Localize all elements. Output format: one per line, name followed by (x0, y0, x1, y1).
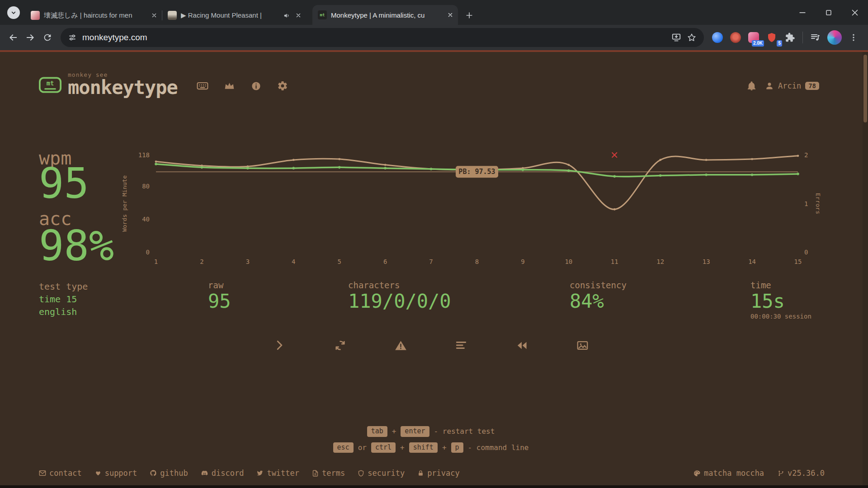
consistency-label: consistency (570, 280, 627, 290)
logo-tagline: monkey see (68, 71, 178, 78)
svg-text:0: 0 (146, 249, 150, 256)
test-language[interactable]: english (39, 305, 88, 318)
repeat-test-button[interactable] (333, 338, 347, 352)
next-test-button[interactable] (273, 338, 286, 352)
tab-haircuts[interactable]: 壊滅悲しみ | haircuts for men (25, 6, 162, 25)
tab-monkeytype-active[interactable]: mt Monkeytype | A minimalistic, cu (312, 5, 458, 25)
bookmark-star-button[interactable] (687, 33, 697, 42)
link-label: discord (212, 469, 244, 478)
time-value: 15s (750, 291, 811, 312)
tab-close-button[interactable] (294, 11, 302, 19)
address-bar[interactable]: monkeytype.com (61, 28, 704, 47)
site-settings-button[interactable] (68, 33, 77, 42)
github-link[interactable]: github (150, 469, 188, 478)
tab-title: Monkeytype | A minimalistic, cu (331, 11, 442, 19)
raw-label: raw (208, 280, 231, 290)
words-history-button[interactable] (454, 338, 468, 352)
save-screenshot-button[interactable] (576, 338, 589, 352)
watch-replay-button[interactable] (515, 338, 528, 352)
back-button[interactable] (5, 29, 22, 46)
result-chart-area: 04080118012123456789101112131415Words pe… (118, 151, 823, 271)
test-mode: time 15 (39, 293, 88, 305)
tab-close-button[interactable] (150, 11, 158, 19)
bell-icon (746, 81, 757, 91)
url-text: monkeytype.com (82, 33, 147, 42)
svg-text:5: 5 (337, 258, 341, 265)
svg-text:13: 13 (703, 258, 710, 265)
report-button[interactable] (394, 338, 407, 352)
discord-link[interactable]: discord (201, 469, 244, 478)
time-stat: time 15s 00:00:30 session (750, 280, 811, 320)
user-icon (765, 81, 774, 90)
tab-audio-button[interactable] (283, 12, 290, 19)
reload-button[interactable] (39, 29, 56, 46)
scrollbar-thumb[interactable] (863, 55, 867, 122)
browser-menu-button[interactable] (847, 31, 860, 44)
privacy-link[interactable]: privacy (417, 469, 460, 478)
browser-toolbar: monkeytype.com 2.0K 5 (0, 25, 868, 50)
window-controls (789, 0, 868, 25)
install-app-button[interactable] (671, 33, 681, 42)
notifications-button[interactable] (746, 80, 758, 92)
svg-text:12: 12 (656, 258, 664, 265)
link-label: twitter (267, 469, 299, 478)
nav-about-button[interactable] (250, 80, 262, 92)
close-window-button[interactable] (842, 0, 868, 25)
characters-stat: characters 119/0/0/0 (348, 280, 451, 312)
support-link[interactable]: support (94, 469, 137, 478)
plus-icon (465, 11, 474, 20)
account-link[interactable]: Arcin 78 (765, 81, 819, 90)
extension-circle-button[interactable] (729, 31, 742, 44)
link-label: terms (322, 469, 345, 478)
header-user-area: Arcin 78 (746, 80, 819, 92)
extensions-menu-button[interactable] (783, 31, 797, 44)
monkeytype-favicon: mt (318, 10, 327, 19)
svg-text:1: 1 (154, 258, 158, 265)
version-link[interactable]: v25.36.0 (778, 469, 825, 478)
test-type-block: test type time 15 english (39, 280, 88, 318)
tab-favicon (31, 11, 40, 20)
svg-text:2: 2 (804, 151, 808, 159)
new-tab-button[interactable] (462, 8, 477, 23)
crown-icon (224, 80, 235, 92)
session-time: 00:00:30 session (750, 313, 811, 320)
command-line-hint: esc or ctrl + shift + p - command line (333, 442, 529, 453)
media-controls-button[interactable] (809, 31, 822, 44)
tab-title: 壊滅悲しみ | haircuts for men (44, 11, 146, 20)
forward-button[interactable] (22, 29, 39, 46)
terms-link[interactable]: terms (312, 469, 345, 478)
nav-start-test-button[interactable] (197, 80, 208, 92)
screen: 壊滅悲しみ | haircuts for men ▶ Racing Mount … (0, 0, 868, 488)
twitter-link[interactable]: twitter (256, 469, 299, 478)
nav-settings-button[interactable] (277, 80, 288, 92)
main-nav (197, 80, 288, 92)
maximize-button[interactable] (816, 0, 842, 25)
tab-racing[interactable]: ▶ Racing Mount Pleasant | (162, 6, 306, 25)
shield-icon (358, 470, 364, 477)
svg-text:mt: mt (47, 80, 54, 87)
nav-leaderboards-button[interactable] (223, 80, 235, 92)
page-scrollbar[interactable] (863, 52, 868, 485)
security-link[interactable]: security (358, 469, 405, 478)
extension-stats-button[interactable]: 2.0K (747, 31, 760, 44)
extension-shield-button[interactable]: 5 (765, 31, 778, 44)
tab-search-button[interactable] (7, 6, 20, 19)
contact-link[interactable]: contact (39, 469, 82, 478)
extension-swirl-button[interactable] (711, 31, 724, 44)
hint-restart-text: - restart test (434, 427, 495, 436)
swirl-extension-icon (712, 32, 723, 43)
monkeytype-logo-icon: mt (39, 77, 61, 93)
tab-favicon (168, 11, 177, 20)
key-badge-enter: enter (401, 426, 429, 437)
tab-close-button[interactable] (446, 11, 454, 19)
svg-text:2: 2 (200, 258, 203, 265)
user-level-badge: 78 (805, 82, 819, 90)
minimize-button[interactable] (789, 0, 816, 25)
rewind-icon (516, 339, 528, 352)
palette-icon (693, 469, 701, 477)
logo-home-link[interactable]: mt monkey see monkeytype (39, 71, 178, 97)
footer-right: matcha moccha v25.36.0 (693, 469, 825, 478)
theme-button[interactable]: matcha moccha (693, 469, 764, 478)
profile-avatar-button[interactable] (827, 30, 842, 45)
time-label: time (750, 280, 811, 290)
